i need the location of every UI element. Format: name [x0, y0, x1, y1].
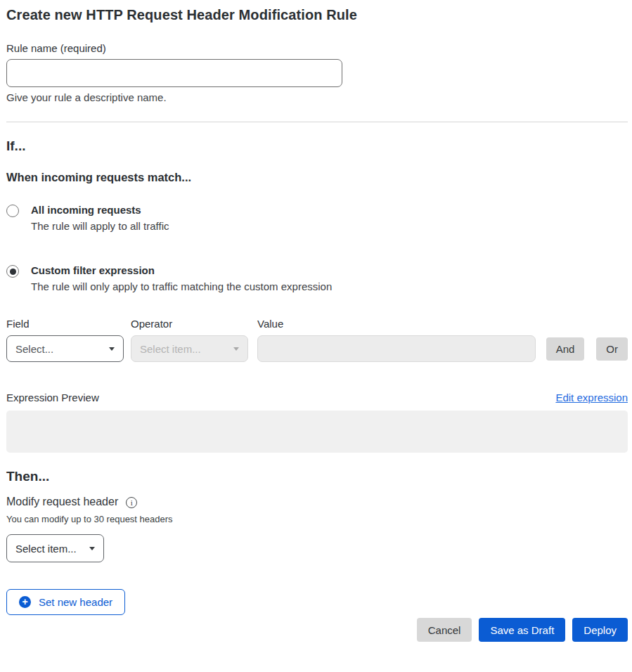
- field-select-value: Select...: [15, 343, 53, 355]
- match-subheading: When incoming requests match...: [6, 171, 628, 184]
- operator-select[interactable]: Select item...: [131, 335, 248, 362]
- expression-builder-labels: Field Operator Value: [6, 318, 628, 330]
- if-heading: If...: [6, 138, 628, 154]
- then-heading: Then...: [6, 469, 628, 484]
- or-button[interactable]: Or: [596, 337, 628, 361]
- section-divider: [6, 122, 628, 122]
- page-title: Create new HTTP Request Header Modificat…: [6, 7, 628, 23]
- header-item-select[interactable]: Select item...: [6, 534, 104, 562]
- modify-header-help: You can modify up to 30 request headers: [6, 514, 628, 524]
- save-as-draft-button[interactable]: Save as Draft: [479, 618, 565, 642]
- cancel-button[interactable]: Cancel: [417, 618, 472, 642]
- chevron-down-icon: [109, 347, 115, 351]
- deploy-button[interactable]: Deploy: [572, 618, 628, 642]
- radio-unselected-icon[interactable]: [6, 205, 19, 217]
- set-new-header-label: Set new header: [39, 596, 112, 608]
- plus-circle-icon: +: [19, 596, 31, 608]
- radio-option-texts: Custom filter expression The rule will o…: [31, 264, 332, 292]
- modify-header-row: Modify request header i: [6, 496, 628, 508]
- radio-option-description: The rule will apply to all traffic: [31, 220, 169, 232]
- operator-label: Operator: [131, 318, 257, 330]
- radio-dot: [10, 269, 16, 275]
- chevron-down-icon: [233, 347, 239, 351]
- radio-option-label: Custom filter expression: [31, 264, 332, 276]
- field-select[interactable]: Select...: [6, 335, 124, 362]
- create-rule-page: Create new HTTP Request Header Modificat…: [0, 0, 632, 656]
- rule-name-input[interactable]: [6, 59, 342, 87]
- operator-select-value: Select item...: [140, 343, 201, 355]
- radio-option-label: All incoming requests: [31, 204, 169, 216]
- field-label: Field: [6, 318, 131, 330]
- expression-builder-row: Select... Select item... And Or: [6, 335, 628, 362]
- edit-expression-link[interactable]: Edit expression: [555, 392, 628, 403]
- value-label: Value: [257, 318, 628, 330]
- radio-option-texts: All incoming requests The rule will appl…: [31, 204, 169, 232]
- set-new-header-button[interactable]: + Set new header: [6, 589, 125, 615]
- radio-option-custom-filter-expression[interactable]: Custom filter expression The rule will o…: [6, 264, 628, 292]
- modify-request-header-label: Modify request header: [6, 496, 118, 508]
- chevron-down-icon: [89, 547, 95, 550]
- rule-name-help: Give your rule a descriptive name.: [6, 91, 628, 103]
- header-item-select-value: Select item...: [15, 543, 77, 555]
- expression-preview-box: [6, 411, 628, 453]
- value-input[interactable]: [257, 335, 536, 362]
- radio-option-all-incoming-requests[interactable]: All incoming requests The rule will appl…: [6, 204, 628, 232]
- radio-option-description: The rule will only apply to traffic matc…: [31, 280, 332, 292]
- rule-name-label: Rule name (required): [6, 42, 628, 54]
- info-icon[interactable]: i: [126, 497, 137, 508]
- expression-preview-label: Expression Preview: [6, 392, 99, 403]
- expression-preview-header: Expression Preview Edit expression: [6, 392, 628, 403]
- and-button[interactable]: And: [546, 337, 585, 361]
- radio-selected-icon[interactable]: [6, 265, 19, 278]
- footer-actions: Cancel Save as Draft Deploy: [6, 618, 628, 642]
